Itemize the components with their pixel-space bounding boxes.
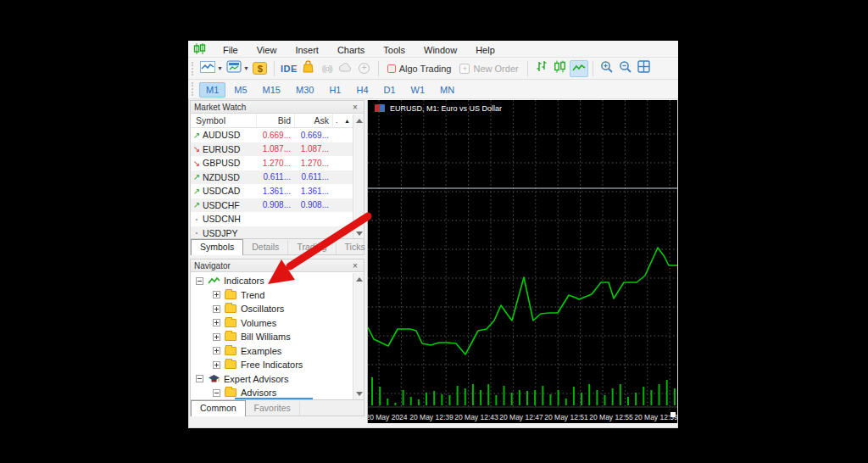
trend-up-icon: ↗ xyxy=(191,131,203,140)
expand-icon[interactable] xyxy=(213,361,220,369)
timeframe-m5[interactable]: M5 xyxy=(227,82,253,98)
new-chart-button[interactable]: ▼ xyxy=(198,60,225,77)
menu-file[interactable]: File xyxy=(214,43,248,57)
column-extra[interactable]: . ▲ xyxy=(332,114,353,127)
market-button[interactable] xyxy=(299,60,318,77)
tab-trading[interactable]: Trading xyxy=(288,240,336,254)
collapse-icon[interactable] xyxy=(213,389,220,397)
bid-value: 0.908... xyxy=(256,200,294,209)
timeframe-mn[interactable]: MN xyxy=(433,82,461,98)
bid-value: 1.087... xyxy=(256,144,294,153)
menu-tools[interactable]: Tools xyxy=(374,43,415,57)
expand-icon[interactable] xyxy=(213,347,220,354)
expand-icon[interactable] xyxy=(213,305,220,313)
market-watch-row-usdcad[interactable]: ↗USDCAD1.361...1.361... xyxy=(191,184,364,198)
folder-icon xyxy=(224,360,237,370)
tab-symbols[interactable]: Symbols xyxy=(191,239,243,255)
timeframe-h1[interactable]: H1 xyxy=(322,82,348,98)
column-ask[interactable]: Ask xyxy=(294,114,332,127)
scroll-down-icon[interactable] xyxy=(356,232,363,236)
price-chart[interactable]: 20 May 202420 May 12:3920 May 12:4320 Ma… xyxy=(368,100,677,423)
tree-item-bill-williams[interactable]: Bill Williams xyxy=(191,330,364,344)
timeframe-m30[interactable]: M30 xyxy=(289,82,320,98)
trend-down-icon: ↘ xyxy=(191,144,203,153)
mt5-logo-icon xyxy=(193,43,207,54)
tree-item-examples[interactable]: Examples xyxy=(191,344,364,359)
market-watch-row-nzdusd[interactable]: ↗NZDUSD0.611...0.611... xyxy=(191,170,364,185)
market-watch-titlebar[interactable]: Market Watch × xyxy=(191,101,364,114)
market-watch-scrollbar[interactable] xyxy=(353,114,364,240)
timeframe-d1[interactable]: D1 xyxy=(377,82,403,98)
column-bid[interactable]: Bid xyxy=(256,114,294,127)
navigator-scrollbar[interactable] xyxy=(353,273,364,400)
metaeditor-ide-button[interactable]: IDE xyxy=(279,60,299,77)
market-watch-row-usdchf[interactable]: ↗USDCHF0.908...0.908... xyxy=(191,198,364,213)
scroll-up-icon[interactable] xyxy=(356,277,363,282)
menu-charts[interactable]: Charts xyxy=(328,43,374,57)
tile-windows-button[interactable] xyxy=(635,60,654,77)
bar-chart-mode-button[interactable] xyxy=(532,60,551,77)
expand-icon[interactable] xyxy=(213,291,220,298)
tab-common[interactable]: Common xyxy=(191,400,246,416)
time-axis-label: 20 May 12:47 xyxy=(499,413,543,421)
chart-area[interactable]: 20 May 202420 May 12:3920 May 12:4320 Ma… xyxy=(367,100,676,423)
line-chart-mode-button[interactable] xyxy=(570,60,588,77)
candlesticks-icon xyxy=(554,60,566,76)
expand-icon[interactable] xyxy=(213,333,220,341)
close-icon[interactable]: × xyxy=(350,261,360,271)
tab-details[interactable]: Details xyxy=(243,240,288,254)
menu-window[interactable]: Window xyxy=(415,43,466,57)
ask-value: 0.669... xyxy=(294,131,332,140)
tree-item-volumes[interactable]: Volumes xyxy=(191,316,364,331)
close-icon[interactable]: × xyxy=(350,103,360,112)
signals-icon: ((o)) xyxy=(322,64,332,73)
folder-icon xyxy=(224,304,237,314)
signals-button[interactable]: ((o)) xyxy=(318,60,337,77)
bid-value: 0.669... xyxy=(256,131,294,140)
timeframe-w1[interactable]: W1 xyxy=(404,82,432,98)
tree-item-indicators[interactable]: Indicators xyxy=(191,274,364,288)
scroll-down-icon[interactable] xyxy=(356,392,363,396)
timeframe-h4[interactable]: H4 xyxy=(349,82,375,98)
market-watch-header[interactable]: Symbol Bid Ask . ▲ xyxy=(191,114,364,128)
zoom-in-icon xyxy=(600,60,614,77)
navigator-titlebar[interactable]: Navigator × xyxy=(191,259,364,272)
scroll-up-icon[interactable] xyxy=(356,119,363,123)
left-panel-column: Market Watch × Symbol Bid Ask . ▲ ↗AUDUS… xyxy=(188,100,365,428)
expand-icon[interactable] xyxy=(213,319,220,326)
timeframe-m1[interactable]: M1 xyxy=(199,82,225,98)
tab-favorites[interactable]: Favorites xyxy=(246,401,300,416)
deposit-button[interactable]: $ xyxy=(251,60,270,77)
market-watch-row-eurusd[interactable]: ↘EURUSD1.087...1.087... xyxy=(191,142,364,157)
market-watch-row-gbpusd[interactable]: ↘GBPUSD1.270...1.270... xyxy=(191,156,364,170)
tree-item-oscillators[interactable]: Oscillators xyxy=(191,302,364,316)
market-watch-row-audusd[interactable]: ↗AUDUSD0.669...0.669... xyxy=(191,128,364,142)
candlestick-mode-button[interactable] xyxy=(551,60,570,77)
menu-help[interactable]: Help xyxy=(466,43,504,57)
toolbar-grip[interactable] xyxy=(192,62,195,75)
navigator-tabs: CommonFavorites xyxy=(191,399,364,416)
menu-view[interactable]: View xyxy=(248,43,287,57)
zoom-in-button[interactable] xyxy=(598,60,616,77)
cloud-icon xyxy=(338,61,353,76)
tree-item-free-indicators[interactable]: Free Indicators xyxy=(191,358,364,372)
timeframe-m15[interactable]: M15 xyxy=(256,82,287,98)
chart-title: EURUSD, M1: Euro vs US Dollar xyxy=(390,104,502,113)
tree-item-expert-advisors[interactable]: Expert Advisors xyxy=(191,372,364,387)
chevron-down-icon: ▼ xyxy=(243,65,249,71)
screenshot-stage: FileViewInsertChartsToolsWindowHelp ▼ ▼ … xyxy=(0,0,868,463)
column-symbol[interactable]: Symbol xyxy=(191,115,256,126)
collapse-icon[interactable] xyxy=(196,277,203,285)
new-order-button[interactable]: + New Order xyxy=(455,60,522,77)
market-watch-row-usdcnh[interactable]: •USDCNH xyxy=(191,212,364,226)
vps-button[interactable] xyxy=(337,60,355,77)
timeframe-grip[interactable] xyxy=(192,82,195,96)
tree-item-label: Bill Williams xyxy=(241,332,291,342)
tree-item-trend[interactable]: Trend xyxy=(191,288,364,303)
algo-trading-button[interactable]: Algo Trading xyxy=(383,60,456,77)
profiles-button[interactable]: ▼ xyxy=(225,60,251,77)
zoom-out-button[interactable] xyxy=(616,60,635,77)
menu-insert[interactable]: Insert xyxy=(286,43,328,57)
collapse-icon[interactable] xyxy=(196,375,203,382)
community-button[interactable]: + xyxy=(355,60,374,77)
